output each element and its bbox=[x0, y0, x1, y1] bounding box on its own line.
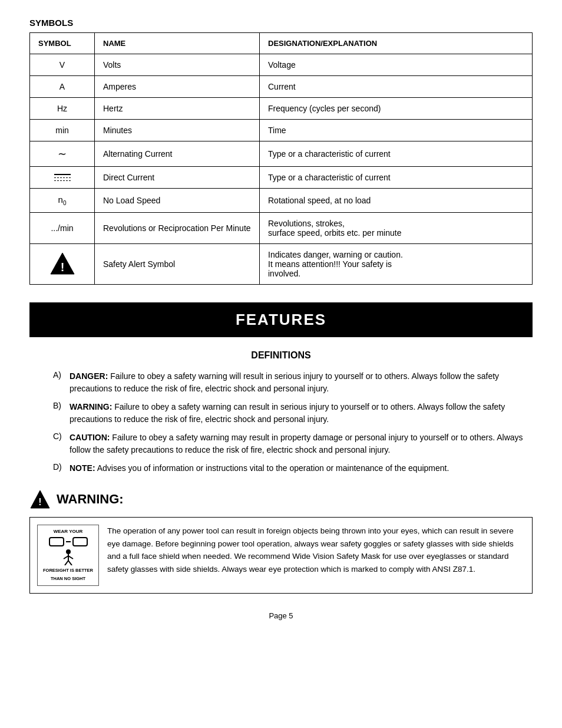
def-letter: C) bbox=[53, 431, 70, 441]
ac-symbol: ∼ bbox=[58, 148, 67, 160]
definitions-section: DEFINITIONS A)DANGER: Failure to obey a … bbox=[29, 350, 533, 475]
def-label: CAUTION: bbox=[70, 433, 110, 442]
name-cell: Revolutions or Reciprocation Per Minute bbox=[95, 213, 260, 244]
safety-figure-icon bbox=[59, 549, 77, 565]
designation-cell: Indicates danger, warning or caution. It… bbox=[260, 244, 533, 285]
def-letter: B) bbox=[53, 401, 70, 410]
lens-right bbox=[72, 537, 88, 546]
table-row: AAmperesCurrent bbox=[30, 76, 533, 98]
svg-text:!: ! bbox=[60, 261, 64, 274]
def-text: WARNING: Failure to obey a safety warnin… bbox=[70, 401, 533, 426]
n0-symbol: n0 bbox=[58, 195, 67, 206]
features-banner: FEATURES bbox=[29, 302, 533, 337]
symbols-title: SYMBOLS bbox=[29, 18, 533, 28]
warning-header-icon: ! bbox=[29, 489, 51, 510]
name-cell: Safety Alert Symbol bbox=[95, 244, 260, 285]
designation-cell: Rotational speed, at no load bbox=[260, 189, 533, 213]
warning-header: ! WARNING: bbox=[29, 489, 533, 510]
symbol-cell: A bbox=[30, 76, 95, 98]
symbols-section: SYMBOLS SYMBOL NAME DESIGNATION/EXPLANAT… bbox=[29, 18, 533, 285]
name-cell: Volts bbox=[95, 54, 260, 76]
alert-triangle-icon: ! bbox=[49, 251, 75, 276]
def-letter: D) bbox=[53, 462, 70, 472]
list-item: B)WARNING: Failure to obey a safety warn… bbox=[53, 401, 533, 426]
col-name: NAME bbox=[95, 33, 260, 54]
warning-box: WEAR YOUR FORESIGHT IS BETTER THAN NO SI… bbox=[29, 517, 533, 594]
dc-line2 bbox=[54, 177, 71, 178]
name-cell: Alternating Current bbox=[95, 141, 260, 167]
dc-symbol bbox=[38, 174, 86, 181]
name-cell: Hertz bbox=[95, 98, 260, 120]
def-label: DANGER: bbox=[70, 371, 108, 381]
glasses-icon bbox=[41, 537, 95, 546]
warning-text: The operation of any power tool can resu… bbox=[107, 525, 525, 575]
symbol-cell: n0 bbox=[30, 189, 95, 213]
designation-cell: Type or a characteristic of current bbox=[260, 167, 533, 189]
safety-foresight: FORESIGHT IS BETTER bbox=[41, 568, 95, 574]
safety-wear-your: WEAR YOUR bbox=[41, 529, 95, 535]
list-item: A)DANGER: Failure to obey a safety warni… bbox=[53, 370, 533, 395]
symbol-cell: min bbox=[30, 120, 95, 141]
safety-glasses-image: WEAR YOUR FORESIGHT IS BETTER THAN NO SI… bbox=[37, 525, 99, 586]
table-row: Direct CurrentType or a characteristic o… bbox=[30, 167, 533, 189]
col-symbol: SYMBOL bbox=[30, 33, 95, 54]
table-row: ∼Alternating CurrentType or a characteri… bbox=[30, 141, 533, 167]
name-cell: Amperes bbox=[95, 76, 260, 98]
def-text: NOTE: Advises you of information or inst… bbox=[70, 462, 449, 475]
bridge bbox=[66, 541, 71, 542]
symbol-cell: Hz bbox=[30, 98, 95, 120]
designation-cell: Frequency (cycles per second) bbox=[260, 98, 533, 120]
table-row: ! Safety Alert SymbolIndicates danger, w… bbox=[30, 244, 533, 285]
svg-line-9 bbox=[68, 561, 72, 565]
symbol-cell: V bbox=[30, 54, 95, 76]
svg-line-6 bbox=[64, 556, 68, 559]
designation-cell: Type or a characteristic of current bbox=[260, 141, 533, 167]
def-label: NOTE: bbox=[70, 463, 95, 473]
symbol-cell bbox=[30, 167, 95, 189]
table-row: n0No Load SpeedRotational speed, at no l… bbox=[30, 189, 533, 213]
def-letter: A) bbox=[53, 370, 70, 380]
table-row: VVoltsVoltage bbox=[30, 54, 533, 76]
symbol-cell: ∼ bbox=[30, 141, 95, 167]
dc-line1 bbox=[54, 174, 71, 175]
page-number: Page 5 bbox=[269, 611, 293, 620]
dc-line3 bbox=[54, 180, 71, 181]
def-text: DANGER: Failure to obey a safety warning… bbox=[70, 370, 533, 395]
def-label: WARNING: bbox=[70, 402, 112, 411]
warning-title: WARNING: bbox=[57, 492, 124, 507]
def-text: CAUTION: Failure to obey a safety warnin… bbox=[70, 431, 533, 456]
svg-point-4 bbox=[66, 549, 71, 554]
definitions-title: DEFINITIONS bbox=[29, 350, 533, 361]
safety-than: THAN NO SIGHT bbox=[41, 576, 95, 582]
list-item: D)NOTE: Advises you of information or in… bbox=[53, 462, 533, 475]
table-row: HzHertzFrequency (cycles per second) bbox=[30, 98, 533, 120]
designation-cell: Time bbox=[260, 120, 533, 141]
warning-section: ! WARNING: WEAR YOUR F bbox=[29, 489, 533, 594]
page-footer: Page 5 bbox=[29, 611, 533, 620]
list-item: C)CAUTION: Failure to obey a safety warn… bbox=[53, 431, 533, 456]
name-cell: Direct Current bbox=[95, 167, 260, 189]
svg-line-7 bbox=[68, 556, 73, 559]
col-designation: DESIGNATION/EXPLANATION bbox=[260, 33, 533, 54]
name-cell: Minutes bbox=[95, 120, 260, 141]
table-header-row: SYMBOL NAME DESIGNATION/EXPLANATION bbox=[30, 33, 533, 54]
designation-cell: Voltage bbox=[260, 54, 533, 76]
svg-line-8 bbox=[65, 561, 68, 565]
table-row: .../minRevolutions or Reciprocation Per … bbox=[30, 213, 533, 244]
lens-left bbox=[49, 537, 64, 546]
definitions-list: A)DANGER: Failure to obey a safety warni… bbox=[53, 370, 533, 475]
table-row: minMinutesTime bbox=[30, 120, 533, 141]
symbols-table: SYMBOL NAME DESIGNATION/EXPLANATION VVol… bbox=[29, 32, 533, 285]
symbol-cell: .../min bbox=[30, 213, 95, 244]
designation-cell: Current bbox=[260, 76, 533, 98]
svg-text:!: ! bbox=[38, 497, 41, 507]
name-cell: No Load Speed bbox=[95, 189, 260, 213]
symbol-cell: ! bbox=[30, 244, 95, 285]
designation-cell: Revolutions, strokes, surface speed, orb… bbox=[260, 213, 533, 244]
